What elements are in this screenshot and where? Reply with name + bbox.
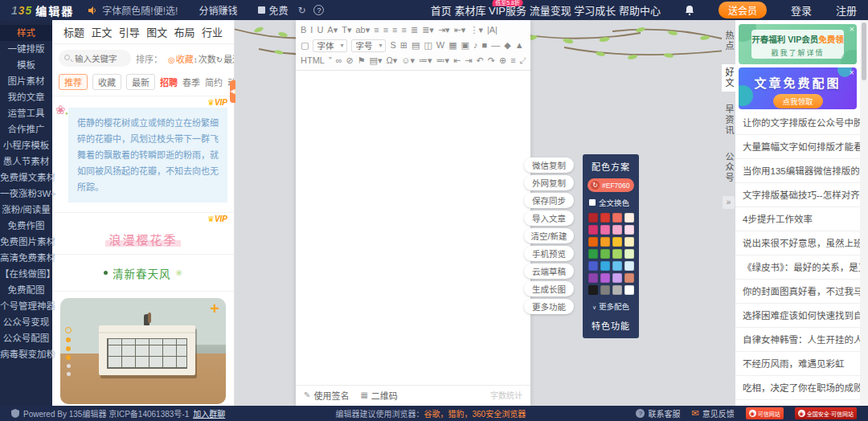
use-signature-button[interactable]: ✎使用签名 (304, 389, 349, 402)
toolbar-icon[interactable]: ≡ (392, 23, 397, 37)
login-link[interactable]: 登录 (791, 2, 812, 18)
sidebar-item[interactable]: 病毒裂变加粉 (0, 346, 52, 362)
action-button[interactable]: 更多功能 (524, 299, 574, 314)
article-link[interactable]: 4步提升工作效率 (735, 207, 860, 231)
toolbar-icon[interactable]: ≡ (510, 54, 515, 67)
color-swatch[interactable] (612, 213, 622, 223)
carousel-dots[interactable] (65, 327, 72, 376)
color-swatch[interactable] (624, 273, 634, 283)
article-link[interactable]: 选择困难症该如何快速找到自己想要的... (735, 304, 860, 328)
article-link[interactable]: 文字排版基础技巧--怎样对齐? (735, 183, 860, 207)
color-swatch[interactable] (612, 261, 622, 271)
nav-item[interactable]: 首页 (431, 5, 452, 17)
color-swatch[interactable] (588, 285, 598, 295)
color-swatch[interactable] (612, 249, 622, 259)
announcement[interactable]: 字体颜色随!便!选! (88, 3, 178, 17)
close-icon[interactable]: × (850, 67, 854, 77)
sidebar-item[interactable]: 【在线做图】 (0, 266, 52, 282)
sidebar-item[interactable]: 一夜涨粉3W+ (0, 186, 52, 202)
toolbar-icon[interactable]: ⊞ (400, 39, 407, 52)
panel-collapse-handle[interactable]: ◀ (230, 80, 235, 103)
color-swatch[interactable] (588, 237, 598, 247)
color-swatch[interactable] (588, 273, 598, 283)
action-button[interactable]: 保存同步 (524, 193, 574, 208)
action-button[interactable]: 外网复制 (524, 175, 574, 190)
action-button[interactable]: 微信复制 (524, 157, 574, 173)
filter-tag[interactable]: 招聘 (160, 76, 178, 88)
style-tab[interactable]: 引导 (119, 24, 140, 39)
action-button[interactable]: 生成长图 (524, 281, 574, 296)
toolbar-icon[interactable]: ⇥▾ (438, 23, 450, 37)
toolbar-icon[interactable]: U (317, 23, 323, 37)
article-link[interactable]: 你的封面图真好看，不过我马上就要偷... (735, 280, 860, 304)
full-text-recolor-checkbox[interactable]: 全文换色 (589, 197, 634, 208)
sidebar-item[interactable]: 运营工具 (0, 105, 52, 121)
style-tab[interactable]: 正文 (91, 24, 112, 39)
sidebar-item[interactable]: 免费配图 (0, 282, 52, 298)
article-link[interactable]: 不经历风雨，难遇见彩虹 (735, 352, 860, 376)
notification-bell-icon[interactable] (685, 5, 694, 15)
style-card-sakura-text[interactable]: ♛VIP ❀ 偌静的樱花树或立或倾的立在纷繁细碎的花瓣中，风划过枝头带下一群飞舞… (52, 96, 234, 213)
toolbar-icon[interactable]: ∞ (336, 54, 342, 67)
color-swatch[interactable] (600, 225, 610, 235)
toolbar-icon[interactable]: I (310, 23, 313, 37)
toolbar-icon[interactable]: ◫ (424, 39, 432, 52)
color-swatch[interactable] (600, 249, 610, 259)
color-swatch[interactable] (588, 225, 598, 235)
filter-tag[interactable]: 最新 (126, 74, 155, 90)
sort-option[interactable]: ◎收藏 (168, 55, 194, 64)
toolbar-icon[interactable]: W (436, 39, 444, 52)
sidebar-item[interactable]: 高清免费素材 (0, 250, 52, 266)
color-swatch[interactable] (624, 237, 634, 247)
font-size-select[interactable]: 字号▾ (351, 39, 386, 52)
toolbar-icon[interactable]: ⋮▾ (469, 23, 483, 37)
right-tab[interactable]: 热点 (722, 27, 735, 55)
toolbar-icon[interactable]: T▾ (342, 23, 351, 37)
close-icon[interactable]: × (850, 24, 854, 34)
action-button[interactable]: 导入文章 (524, 210, 574, 226)
editor-canvas[interactable]: BIUA▾T▾ab▾≡≡≡≡≣≣▾⇥▾⇤▾⋮▾|A| ▢ 字体▾ 字号▾ S⊞▤… (296, 20, 530, 406)
toolbar-icon[interactable]: ≡ (383, 23, 388, 37)
free-images-banner[interactable]: × 文章免费配图 点我领取 (739, 67, 857, 109)
article-link[interactable]: 《绿皮书》：最好的关系，是互相成就 (735, 255, 860, 280)
toolbar-icon[interactable]: ▲ (515, 39, 524, 52)
add-image-button[interactable]: + (210, 300, 219, 318)
color-swatch[interactable] (600, 261, 610, 271)
action-button[interactable]: 清空/新建 (524, 228, 574, 243)
right-tab[interactable]: 公众号 (722, 149, 735, 186)
scrollbar[interactable] (860, 20, 868, 406)
sidebar-item[interactable]: 小程序模板 (0, 137, 52, 153)
help-icon[interactable]: ? (313, 5, 324, 15)
sidebar-item[interactable]: 愚人节素材 (0, 153, 52, 170)
toolbar-icon[interactable]: ≕▾ (436, 54, 450, 67)
style-card-sakura-title[interactable]: ♛VIP 浪漫樱花季 (52, 213, 234, 255)
color-swatch[interactable] (624, 225, 634, 235)
toolbar-icon[interactable]: ▤ (411, 39, 420, 52)
article-link[interactable]: 大量篇幅文字如何排版才能看起来赏心... (735, 135, 860, 159)
toolbar-icon[interactable]: ⇥ (465, 54, 472, 67)
color-swatch[interactable] (612, 273, 622, 283)
toolbar-icon[interactable]: A▾ (327, 23, 338, 37)
trusted-site-badge[interactable]: ◉可信网站 (746, 407, 784, 419)
sidebar-item[interactable]: 我的文章 (0, 89, 52, 105)
vip-promo-banner[interactable]: × 开春福利 VIP会员免费领 戳我了解详情 (739, 24, 857, 64)
join-group-link[interactable]: 加入群聊 (193, 407, 225, 419)
sidebar-item[interactable]: 合作推广 (0, 121, 52, 137)
nav-item[interactable]: 学习成长 (574, 5, 616, 17)
sidebar-item[interactable]: 免费爆文素材 (0, 170, 52, 186)
filter-tag[interactable]: 春季 (182, 76, 200, 88)
color-swatch[interactable] (588, 249, 598, 259)
free-link[interactable]: 免费 (258, 3, 288, 17)
toolbar-icon[interactable]: ≣▾ (422, 23, 434, 37)
toolbar-icon[interactable]: ⊕ (499, 54, 506, 67)
toolbar-icon[interactable]: ▦ (448, 39, 457, 52)
style-tab[interactable]: 标题 (63, 24, 84, 39)
nav-item[interactable]: 素材库 (454, 5, 485, 17)
color-swatch[interactable] (588, 213, 598, 223)
document-body[interactable] (296, 71, 530, 373)
toolbar-icon[interactable]: ” (329, 54, 332, 67)
color-swatch[interactable] (624, 285, 634, 295)
distribution-link[interactable]: 分销赚钱 (199, 3, 237, 17)
color-swatch[interactable] (612, 225, 622, 235)
sidebar-item[interactable]: 公众号配图 (0, 330, 52, 346)
